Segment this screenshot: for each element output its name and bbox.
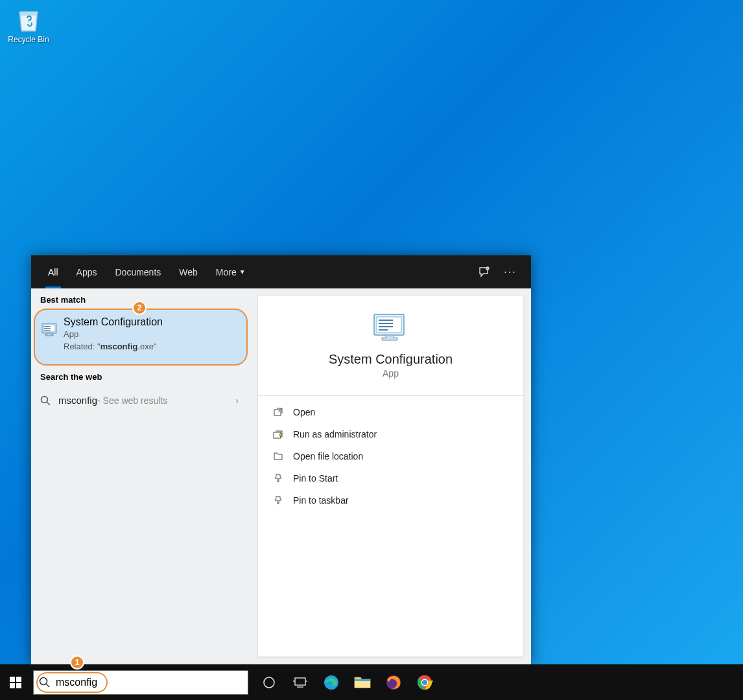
tab-more[interactable]: More ▼	[207, 255, 255, 288]
action-open-label: Open	[293, 407, 315, 417]
svg-rect-29	[355, 679, 370, 681]
web-search-result[interactable]: msconfig - See web results ›	[31, 388, 250, 412]
related-prefix: Related: "	[64, 342, 100, 351]
preview-divider	[258, 395, 523, 396]
action-run-admin[interactable]: Run as administrator	[271, 423, 510, 445]
svg-rect-17	[16, 677, 21, 682]
svg-rect-11	[379, 323, 393, 324]
preview-card: System Configuration App Open Run as adm…	[258, 296, 523, 657]
tab-all-label: All	[48, 267, 58, 277]
best-match-related: Related: "msconfig.exe"	[64, 342, 239, 351]
file-explorer-button[interactable]	[347, 664, 378, 700]
taskbar-search-box[interactable]: 1	[33, 670, 248, 695]
recycle-bin-label: Recycle Bin	[5, 35, 52, 44]
svg-rect-18	[10, 683, 15, 688]
file-explorer-icon	[354, 675, 371, 690]
svg-rect-12	[379, 326, 393, 327]
svg-point-33	[422, 680, 427, 685]
pin-taskbar-icon	[272, 495, 284, 506]
feedback-icon-button[interactable]	[471, 259, 497, 285]
tab-apps[interactable]: Apps	[67, 255, 106, 288]
related-bold: msconfig	[100, 342, 138, 351]
chevron-down-icon: ▼	[239, 268, 246, 275]
pin-start-icon	[272, 472, 284, 484]
edge-icon	[323, 674, 340, 691]
best-match-subtitle: App	[64, 329, 239, 339]
preview-subtitle: App	[271, 368, 510, 379]
start-search-panel: All Apps Documents Web More ▼ ··· Best m…	[31, 255, 531, 664]
task-view-button[interactable]	[285, 664, 316, 700]
task-view-icon	[293, 677, 307, 688]
feedback-icon	[478, 266, 491, 279]
svg-rect-3	[44, 326, 51, 327]
taskbar-search-input[interactable]	[56, 671, 248, 694]
svg-rect-4	[44, 328, 51, 329]
search-icon	[39, 677, 51, 688]
web-hint-text: - See web results	[97, 395, 167, 406]
svg-point-6	[41, 396, 48, 402]
related-suffix: .exe"	[137, 342, 156, 351]
svg-point-20	[40, 677, 47, 684]
action-pin-taskbar-label: Pin to taskbar	[293, 495, 349, 506]
search-results-column: Best match 2 System Configuration App Re…	[31, 288, 250, 664]
action-open-location-label: Open file location	[293, 451, 363, 461]
svg-point-22	[264, 677, 274, 688]
svg-rect-10	[379, 320, 393, 321]
svg-rect-5	[44, 330, 51, 331]
recycle-bin-icon	[14, 5, 43, 34]
action-open[interactable]: Open	[271, 401, 510, 423]
preview-title: System Configuration	[271, 352, 510, 367]
best-match-title: System Configuration	[64, 316, 239, 328]
tab-web[interactable]: Web	[170, 255, 207, 288]
svg-rect-16	[10, 677, 15, 682]
search-web-heading: Search the web	[31, 366, 250, 386]
tab-documents[interactable]: Documents	[106, 255, 170, 288]
open-icon	[272, 406, 284, 418]
system-configuration-icon	[41, 321, 58, 338]
search-preview-column: System Configuration App Open Run as adm…	[250, 288, 531, 664]
tab-web-label: Web	[179, 267, 198, 277]
annotation-badge-1: 1	[70, 655, 84, 670]
more-options-button[interactable]: ···	[497, 259, 523, 285]
tab-all[interactable]: All	[39, 255, 67, 288]
windows-logo-icon	[10, 677, 21, 688]
edge-button[interactable]	[316, 664, 347, 700]
web-query-text: msconfig	[58, 395, 97, 406]
tab-apps-label: Apps	[77, 267, 97, 277]
action-open-location[interactable]: Open file location	[271, 445, 510, 467]
ellipsis-icon: ···	[504, 266, 516, 278]
run-admin-icon	[272, 428, 284, 440]
recycle-bin-desktop-icon[interactable]: Recycle Bin	[5, 5, 52, 44]
annotation-badge-2: 2	[132, 301, 147, 315]
taskbar: 1	[0, 664, 743, 700]
firefox-button[interactable]	[378, 664, 409, 700]
cortana-button[interactable]	[254, 664, 285, 700]
search-icon	[40, 395, 51, 406]
action-run-admin-label: Run as administrator	[293, 429, 377, 439]
tab-documents-label: Documents	[115, 267, 161, 277]
action-pin-start-label: Pin to Start	[293, 473, 338, 484]
svg-rect-13	[379, 329, 388, 331]
best-match-result[interactable]: 2 System Configuration App Related: "msc…	[34, 309, 248, 366]
svg-line-21	[47, 684, 50, 687]
chrome-icon	[416, 674, 433, 691]
action-pin-taskbar[interactable]: Pin to taskbar	[271, 489, 510, 511]
svg-line-7	[47, 402, 51, 405]
cortana-icon	[263, 676, 276, 689]
search-tabs-bar: All Apps Documents Web More ▼ ···	[31, 255, 531, 288]
action-pin-start[interactable]: Pin to Start	[271, 467, 510, 489]
svg-rect-28	[355, 681, 370, 688]
chevron-right-icon: ›	[235, 395, 239, 406]
open-location-icon	[272, 450, 284, 462]
preview-app-icon	[373, 313, 409, 344]
svg-rect-19	[16, 683, 21, 688]
svg-rect-23	[295, 678, 305, 685]
chrome-button[interactable]	[409, 664, 440, 700]
tab-more-label: More	[216, 267, 237, 277]
firefox-icon	[385, 674, 402, 691]
start-button[interactable]	[0, 664, 31, 700]
